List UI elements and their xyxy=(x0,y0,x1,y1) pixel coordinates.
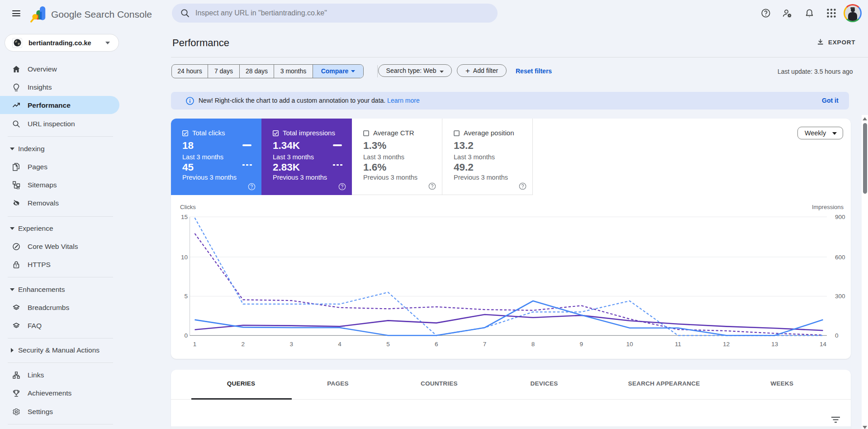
svg-text:7: 7 xyxy=(483,341,487,348)
svg-text:10: 10 xyxy=(626,341,633,348)
svg-text:11: 11 xyxy=(675,341,681,348)
svg-text:13: 13 xyxy=(771,341,778,348)
svg-text:15: 15 xyxy=(181,214,188,220)
svg-text:10: 10 xyxy=(181,254,188,261)
svg-text:8: 8 xyxy=(531,341,535,348)
svg-text:12: 12 xyxy=(723,341,730,348)
svg-text:9: 9 xyxy=(580,341,583,348)
svg-text:6: 6 xyxy=(435,341,438,348)
svg-text:14: 14 xyxy=(820,341,827,348)
svg-text:5: 5 xyxy=(386,341,390,348)
svg-text:5: 5 xyxy=(184,293,188,300)
svg-text:Clicks: Clicks xyxy=(180,204,196,210)
svg-text:600: 600 xyxy=(835,254,845,261)
svg-text:0: 0 xyxy=(184,332,188,339)
svg-text:3: 3 xyxy=(289,341,293,348)
svg-text:0: 0 xyxy=(835,332,839,339)
svg-text:Impressions: Impressions xyxy=(812,204,844,210)
svg-text:1: 1 xyxy=(193,341,197,348)
svg-text:900: 900 xyxy=(835,214,845,220)
svg-text:2: 2 xyxy=(242,341,245,348)
svg-text:300: 300 xyxy=(835,293,845,300)
svg-text:4: 4 xyxy=(338,341,342,348)
